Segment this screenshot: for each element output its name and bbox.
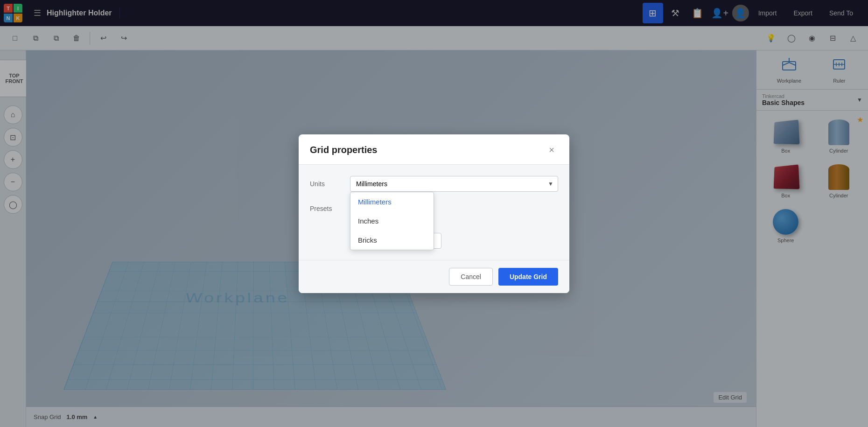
modal-overlay: Grid properties × Units Millimeters Inch… <box>0 0 868 427</box>
modal-header: Grid properties × <box>299 134 569 165</box>
units-row: Units Millimeters Inches Bricks ▼ Millim… <box>310 176 558 192</box>
units-select-wrapper: Millimeters Inches Bricks ▼ Millimeters … <box>350 176 558 192</box>
presets-label: Presets <box>310 201 343 212</box>
units-select[interactable]: Millimeters Inches Bricks <box>350 176 558 192</box>
units-dropdown-list: Millimeters Inches Bricks <box>350 192 434 250</box>
modal-footer: Cancel Update Grid <box>299 260 569 293</box>
modal-title: Grid properties <box>310 145 377 155</box>
cancel-button[interactable]: Cancel <box>449 268 493 286</box>
units-label: Units <box>310 180 343 188</box>
dropdown-option-bricks[interactable]: Bricks <box>350 231 434 250</box>
grid-properties-modal: Grid properties × Units Millimeters Inch… <box>299 134 569 293</box>
dropdown-option-inches[interactable]: Inches <box>350 211 434 231</box>
modal-close-button[interactable]: × <box>545 144 558 157</box>
presets-row: Presets ▼ Width 200.00 L <box>310 201 558 249</box>
dropdown-option-millimeters[interactable]: Millimeters <box>350 192 434 211</box>
update-grid-button[interactable]: Update Grid <box>498 268 558 286</box>
modal-body: Units Millimeters Inches Bricks ▼ Millim… <box>299 165 569 260</box>
